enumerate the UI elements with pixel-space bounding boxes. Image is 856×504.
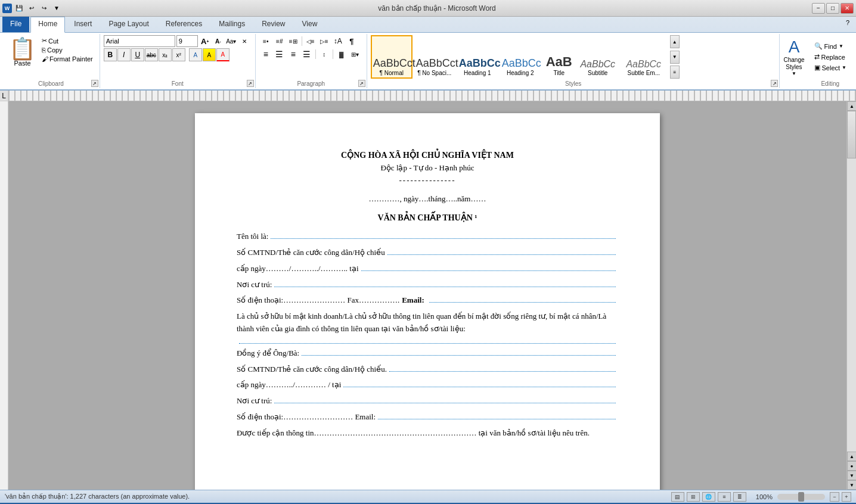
zoom-out-btn[interactable]: −	[830, 492, 839, 502]
paste-btn[interactable]: 📋 Paste	[6, 35, 39, 70]
styles-expand-btn[interactable]: ↗	[771, 80, 778, 87]
scroll-down-btn[interactable]: ▼	[847, 480, 856, 490]
zoom-in-btn[interactable]: +	[842, 492, 851, 502]
format-painter-btn[interactable]: 🖌 Format Painter	[40, 55, 95, 63]
style-subtleem-btn[interactable]: AaBbCc Subtle Em...	[620, 35, 668, 79]
document-area[interactable]: CỘNG HÒA XÃ HỘI CHỦ NGHĨA VIỆT NAM Độc l…	[8, 101, 846, 490]
zoom-slider[interactable]	[777, 494, 825, 500]
font-shrink-btn[interactable]: A-	[212, 35, 224, 47]
scroll-next-page-btn[interactable]: ▼	[847, 471, 856, 480]
align-right-btn[interactable]: ≡	[287, 48, 300, 60]
paragraph-expand-btn[interactable]: ↗	[358, 80, 365, 87]
draft-view-btn[interactable]: ≣	[733, 492, 746, 502]
line-spacing-btn[interactable]: ↕	[318, 48, 331, 60]
minimize-btn[interactable]: −	[812, 3, 825, 14]
tab-review[interactable]: Review	[254, 17, 293, 32]
maximize-btn[interactable]: □	[826, 3, 839, 14]
print-view-btn[interactable]: ▤	[671, 492, 684, 502]
tab-insert[interactable]: Insert	[66, 17, 100, 32]
bullets-btn[interactable]: ≡•	[259, 35, 272, 47]
vertical-scrollbar: ▲ ▲ ● ▼ ▼	[846, 101, 856, 490]
document-page: CỘNG HÒA XÃ HỘI CHỦ NGHĨA VIỆT NAM Độc l…	[195, 113, 660, 490]
zoom-thumb[interactable]	[798, 492, 804, 502]
style-subtitle-btn[interactable]: AaBbCc Subtitle	[577, 35, 619, 79]
scroll-up-btn[interactable]: ▲	[847, 101, 856, 111]
clipboard-expand-btn[interactable]: ↗	[91, 80, 98, 87]
find-btn[interactable]: 🔍 Find ▼	[811, 41, 851, 51]
font-expand-btn[interactable]: ↗	[247, 80, 254, 87]
window-controls: − □ ✕	[812, 3, 854, 14]
tab-mailings[interactable]: Mailings	[211, 17, 253, 32]
show-hide-btn[interactable]: ¶	[345, 35, 358, 47]
tab-file[interactable]: File	[2, 17, 29, 32]
quick-undo-btn[interactable]: ↩	[26, 3, 37, 14]
scroll-track[interactable]	[847, 111, 856, 452]
decrease-indent-btn[interactable]: ◁≡	[304, 35, 317, 47]
cut-btn[interactable]: ✂ Cut	[40, 36, 95, 45]
ribbon-help-btn[interactable]: ?	[842, 17, 854, 29]
editing-group-label: Editing	[807, 80, 854, 87]
ruler-corner[interactable]: L	[0, 91, 8, 101]
borders-btn[interactable]: ⊞▾	[349, 48, 362, 60]
clear-format-btn[interactable]: ✕	[238, 35, 250, 47]
doc-line-2: Số CMTND/Thẻ căn cước công dân/Hộ chiếu	[237, 247, 618, 259]
zoom-level: 100%	[756, 493, 773, 500]
bold-btn[interactable]: B	[104, 48, 117, 61]
scroll-prev-page-btn[interactable]: ▲	[847, 452, 856, 461]
web-view-btn[interactable]: 🌐	[702, 492, 715, 502]
text-highlight-btn[interactable]: A	[203, 48, 216, 61]
select-btn[interactable]: ▣ Select ▼	[811, 63, 851, 73]
align-left-btn[interactable]: ≡	[259, 48, 272, 60]
superscript-btn[interactable]: x²	[172, 48, 185, 61]
quick-customize-btn[interactable]: ▼	[51, 3, 62, 14]
copy-btn[interactable]: ⎘ Copy	[40, 46, 95, 54]
quick-redo-btn[interactable]: ↪	[39, 3, 49, 14]
styles-down-btn[interactable]: ▼	[670, 51, 680, 64]
replace-btn[interactable]: ⇄ Replace	[811, 52, 851, 62]
shading-btn[interactable]: ▓	[335, 48, 348, 60]
scroll-thumb[interactable]	[847, 111, 856, 158]
tab-references[interactable]: References	[158, 17, 210, 32]
numbering-btn[interactable]: ≡#	[273, 35, 286, 47]
align-center-btn[interactable]: ☰	[273, 48, 286, 60]
style-nospace-btn[interactable]: AaBbCct ¶ No Spaci...	[414, 35, 455, 79]
doc-line-10: Nơi cư trú:	[237, 395, 618, 407]
change-styles-label: ChangeStyles	[783, 57, 804, 71]
text-effect-btn[interactable]: A	[189, 48, 202, 61]
copy-label: Copy	[47, 46, 63, 54]
change-case-btn[interactable]: Aa▾	[225, 35, 237, 47]
font-grow-btn[interactable]: A+	[199, 35, 211, 47]
style-title-btn[interactable]: AaB Title	[542, 35, 576, 79]
change-styles-btn[interactable]: A ChangeStyles ▼	[783, 35, 804, 87]
style-heading1-label: Heading 1	[464, 70, 491, 76]
style-heading1-btn[interactable]: AaBbCc Heading 1	[457, 35, 498, 79]
tab-view[interactable]: View	[294, 17, 325, 32]
styles-group-label: Styles	[367, 80, 780, 87]
outline-btn[interactable]: ≡⊞	[287, 35, 300, 47]
scroll-select-btn[interactable]: ●	[847, 461, 856, 471]
select-arrow: ▼	[842, 65, 846, 70]
doc-line-7: Đồng ý để Ông/Bà:	[237, 347, 618, 360]
italic-btn[interactable]: I	[117, 48, 131, 61]
close-btn[interactable]: ✕	[841, 3, 854, 14]
style-normal-btn[interactable]: AaBbCct ¶ Normal	[371, 35, 413, 79]
doc-line-4: Nơi cư trú:	[237, 279, 618, 291]
font-name-input[interactable]	[104, 35, 175, 47]
paste-icon: 📋	[9, 38, 36, 60]
quick-save-btn[interactable]: 💾	[14, 3, 24, 14]
justify-btn[interactable]: ☰	[300, 48, 314, 60]
styles-more-btn[interactable]: ≡	[670, 66, 680, 79]
text-color-btn[interactable]: A	[216, 48, 229, 61]
style-heading2-btn[interactable]: AaBbCc Heading 2	[500, 35, 541, 79]
sort-btn[interactable]: ↕A	[331, 35, 345, 47]
styles-up-btn[interactable]: ▲	[670, 35, 680, 48]
increase-indent-btn[interactable]: ▷≡	[318, 35, 331, 47]
font-size-input[interactable]	[176, 35, 198, 47]
full-reading-btn[interactable]: ⊞	[687, 492, 700, 502]
tab-pagelayout[interactable]: Page Layout	[101, 17, 156, 32]
tab-home[interactable]: Home	[30, 17, 65, 33]
underline-btn[interactable]: U	[131, 48, 144, 61]
subscript-btn[interactable]: x₂	[159, 48, 172, 61]
strikethrough-btn[interactable]: abc	[145, 48, 158, 61]
outline-view-btn[interactable]: ≡	[718, 492, 731, 502]
